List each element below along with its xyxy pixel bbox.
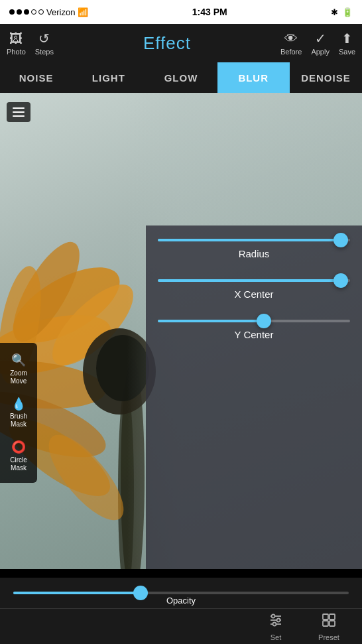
header-left: 🖼 Photo ↺ Steps (7, 31, 54, 56)
circle-label: CircleMask (10, 456, 27, 472)
dot1 (9, 9, 15, 15)
photo-button[interactable]: 🖼 Photo (7, 31, 26, 56)
preset-label: Preset (318, 633, 339, 641)
svg-rect-22 (330, 621, 335, 626)
tab-noise[interactable]: NOISE (0, 62, 72, 93)
set-icon (268, 612, 284, 631)
svg-rect-19 (323, 614, 328, 619)
opacity-thumb[interactable] (133, 586, 148, 600)
eye-icon: 👁 (284, 31, 298, 46)
signal-dots (9, 9, 44, 15)
save-button[interactable]: ⬆ Save (339, 31, 355, 56)
menu-button[interactable] (7, 102, 30, 122)
header-right: 👁 Before ✓ Apply ⬆ Save (280, 31, 355, 56)
ycenter-track[interactable] (158, 320, 350, 322)
svg-point-16 (272, 614, 275, 617)
circle-mask-button[interactable]: ⭕ CircleMask (7, 436, 30, 476)
tab-light[interactable]: LIGHT (72, 62, 145, 93)
dot5 (38, 9, 44, 15)
radius-fill (158, 239, 341, 241)
save-icon: ⬆ (341, 31, 353, 46)
page-title: Effect (143, 33, 191, 54)
xcenter-label: X Center (158, 289, 350, 300)
opacity-label: Opacity (0, 596, 362, 608)
save-label: Save (339, 48, 355, 56)
status-bar: Verizon 📶 1:43 PM ✱ 🔋 (0, 0, 362, 24)
photo-label: Photo (7, 48, 26, 56)
battery-icon: 🔋 (342, 7, 353, 17)
tab-bar: NOISE LIGHT GLOW BLUR DENOISE (0, 62, 362, 93)
before-button[interactable]: 👁 Before (280, 31, 302, 56)
circle-icon: ⭕ (11, 440, 26, 455)
radius-label: Radius (158, 248, 350, 259)
steps-button[interactable]: ↺ Steps (35, 31, 54, 56)
tab-glow[interactable]: GLOW (145, 62, 217, 93)
tab-blur[interactable]: BLUR (217, 62, 290, 93)
menu-bar-3 (13, 115, 25, 117)
set-button[interactable]: Set (249, 612, 302, 641)
before-label: Before (280, 48, 302, 56)
svg-point-18 (273, 622, 276, 625)
svg-rect-20 (330, 614, 335, 619)
brush-mask-button[interactable]: 💧 BrushMask (7, 393, 30, 433)
svg-point-17 (277, 618, 280, 621)
opacity-track[interactable] (13, 592, 349, 594)
ycenter-thumb[interactable] (257, 314, 271, 328)
opacity-fill (13, 592, 141, 594)
ycenter-label: Y Center (158, 329, 350, 340)
xcenter-thumb[interactable] (333, 273, 348, 288)
bluetooth-icon: ✱ (331, 7, 338, 17)
ycenter-slider-group: Y Center (158, 320, 350, 340)
preset-button[interactable]: Preset (302, 612, 355, 641)
sliders-panel: Radius X Center Y Center (146, 225, 362, 569)
xcenter-track[interactable] (158, 279, 350, 282)
zoom-icon: 🔍 (11, 354, 26, 368)
steps-icon: ↺ (38, 31, 50, 46)
svg-rect-21 (323, 621, 328, 626)
canvas-area: Radius X Center Y Center 🔍 ZoomMove 💧 (0, 93, 362, 569)
xcenter-fill (158, 279, 341, 282)
radius-track[interactable] (158, 239, 350, 241)
radius-slider-group: Radius (158, 239, 350, 259)
dot2 (17, 9, 22, 15)
left-toolbar: 🔍 ZoomMove 💧 BrushMask ⭕ CircleMask (0, 343, 37, 483)
ycenter-fill (158, 320, 264, 322)
zoom-label: ZoomMove (10, 369, 27, 385)
wifi-icon: 📶 (78, 7, 88, 17)
status-right: ✱ 🔋 (331, 7, 353, 17)
brush-icon: 💧 (11, 397, 26, 412)
radius-thumb[interactable] (333, 233, 348, 247)
checkmark-icon: ✓ (315, 31, 326, 46)
status-time: 1:43 PM (192, 7, 227, 17)
header: 🖼 Photo ↺ Steps Effect 👁 Before ✓ Apply … (0, 24, 362, 62)
bottom-actions: Set Preset (0, 608, 362, 644)
zoom-move-button[interactable]: 🔍 ZoomMove (7, 350, 30, 389)
menu-bar-1 (13, 107, 25, 109)
steps-label: Steps (35, 48, 54, 56)
preset-icon (321, 612, 337, 631)
apply-button[interactable]: ✓ Apply (311, 31, 330, 56)
dot3 (24, 9, 29, 15)
photo-icon: 🖼 (9, 31, 23, 46)
menu-bar-2 (13, 111, 25, 113)
brush-label: BrushMask (10, 413, 27, 428)
tab-denoise[interactable]: DENOISE (290, 62, 362, 93)
xcenter-slider-group: X Center (158, 279, 350, 300)
carrier-label: Verizon (46, 7, 75, 17)
apply-label: Apply (311, 48, 330, 56)
bottom-bar: Opacity Set (0, 578, 362, 644)
status-left: Verizon 📶 (9, 7, 88, 17)
set-label: Set (271, 633, 282, 641)
dot4 (31, 9, 36, 15)
